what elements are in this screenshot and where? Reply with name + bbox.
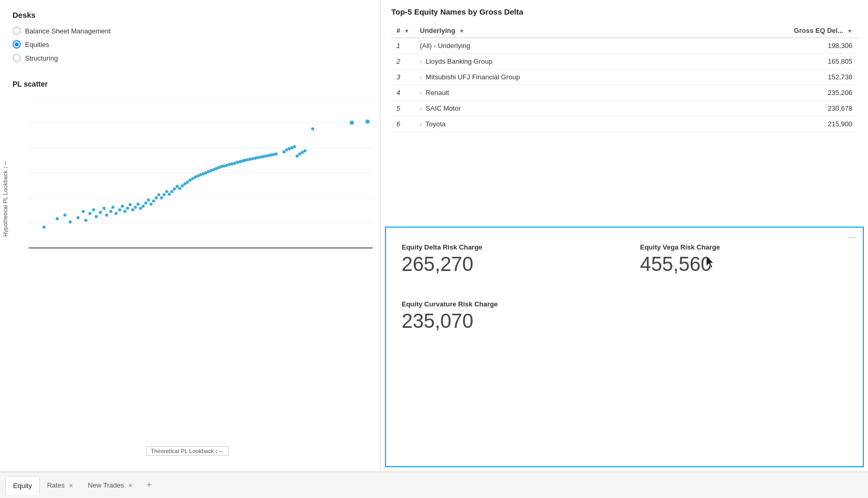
svg-point-26 [82, 210, 85, 213]
x-axis-label: Theoretical PL Lookback ↕↔ [146, 446, 228, 456]
svg-point-89 [251, 157, 255, 160]
table-row[interactable]: 1 (All) - Underlying 198,306 [391, 38, 858, 54]
svg-point-107 [304, 149, 307, 152]
top5-table-section: Top-5 Equity Names by Gross Delta # ▼ Un… [381, 0, 868, 222]
table-row[interactable]: 5 › SAIC Motor 230,678 [391, 101, 858, 116]
svg-point-52 [158, 193, 161, 196]
cell-num-4: 4 [391, 85, 415, 101]
svg-point-80 [231, 162, 234, 165]
col-header-underlying[interactable]: Underlying ▼ [415, 23, 688, 38]
tab-rates-label: Rates [47, 481, 65, 489]
svg-point-40 [126, 207, 129, 210]
tab-add-button[interactable]: + [142, 478, 156, 493]
sort-icon-num: ▼ [404, 28, 409, 34]
svg-point-106 [301, 151, 304, 154]
svg-point-57 [171, 190, 174, 193]
svg-point-41 [129, 203, 132, 206]
radio-circle-structuring [13, 54, 21, 62]
svg-point-104 [296, 155, 299, 158]
svg-point-90 [254, 157, 257, 160]
svg-point-42 [131, 208, 135, 211]
risk-panel-menu-button[interactable]: ··· [849, 233, 855, 242]
table-row[interactable]: 2 › Lloyds Banking Group 165,805 [391, 54, 858, 69]
col-header-num[interactable]: # ▼ [391, 23, 415, 38]
svg-point-91 [257, 156, 260, 159]
svg-point-27 [85, 219, 88, 222]
svg-point-99 [283, 150, 286, 153]
svg-point-77 [223, 164, 226, 168]
tab-rates[interactable]: Rates × [40, 476, 80, 495]
svg-point-45 [139, 207, 142, 210]
risk-metrics-panel: ··· Equity Delta Risk Charge 265,270 Equ… [385, 227, 864, 468]
main-container: Desks Balance Sheet Management Equities … [0, 0, 868, 498]
col-header-gross-eq[interactable]: Gross EQ Del... ▼ [688, 23, 858, 38]
expand-arrow-2: › [420, 58, 422, 65]
svg-point-23 [64, 214, 67, 217]
table-row[interactable]: 6 › Toyota 215,900 [391, 116, 858, 132]
svg-point-97 [272, 153, 275, 156]
cell-num-1: 1 [391, 38, 415, 54]
tab-equity[interactable]: Equity [5, 476, 40, 495]
cell-value-3: 152,738 [688, 69, 858, 85]
scatter-title: PL scatter [0, 80, 380, 88]
sort-icon-gross: ▼ [847, 28, 852, 34]
svg-point-43 [134, 206, 137, 209]
metric-value-equity-delta: 265,270 [402, 254, 609, 274]
cell-value-5: 230,678 [688, 101, 858, 116]
tab-new-trades-close[interactable]: × [128, 482, 132, 489]
tab-bar: Equity Rates × New Trades × + [0, 472, 868, 498]
desk-structuring[interactable]: Structuring [13, 54, 368, 62]
tab-new-trades-label: New Trades [88, 481, 124, 489]
svg-point-105 [298, 152, 302, 156]
svg-point-64 [189, 179, 192, 182]
svg-point-108 [311, 127, 315, 131]
svg-point-55 [165, 190, 168, 193]
metric-label-equity-vega: Equity Vega Risk Charge [640, 243, 847, 251]
cell-value-4: 235,206 [688, 85, 858, 101]
svg-point-59 [176, 185, 179, 188]
svg-point-65 [191, 177, 195, 180]
desk-balance-sheet[interactable]: Balance Sheet Management [13, 27, 368, 35]
metric-equity-delta: Equity Delta Risk Charge 265,270 [402, 243, 609, 274]
tab-new-trades[interactable]: New Trades × [80, 476, 140, 495]
svg-point-56 [168, 193, 171, 196]
metric-equity-vega: Equity Vega Risk Charge 455,560 [640, 243, 847, 274]
svg-point-21 [43, 226, 46, 229]
metric-equity-curvature: Equity Curvature Risk Charge 235,070 [402, 300, 609, 331]
svg-point-31 [99, 211, 102, 214]
desk-equities[interactable]: Equities [13, 40, 368, 49]
expand-arrow-3: › [420, 74, 422, 80]
desk-label-structuring: Structuring [25, 54, 58, 62]
expand-arrow-5: › [420, 105, 422, 112]
radio-circle-balance-sheet [13, 27, 21, 35]
cell-underlying-1: (All) - Underlying [415, 38, 688, 54]
svg-point-86 [244, 159, 247, 162]
cell-underlying-3: › Mitsubishi UFJ Financial Group [415, 69, 688, 85]
scatter-panel: PL scatter Hypothetical PL Lookback ↕↔ [0, 73, 381, 471]
svg-point-38 [121, 205, 124, 208]
desks-title: Desks [13, 10, 368, 19]
svg-point-98 [275, 152, 278, 156]
top-row: Desks Balance Sheet Management Equities … [0, 0, 868, 472]
svg-point-109 [350, 121, 354, 125]
svg-point-24 [69, 220, 72, 223]
svg-point-95 [267, 154, 270, 157]
tab-rates-close[interactable]: × [69, 482, 73, 489]
equity-table: # ▼ Underlying ▼ Gross EQ Del... ▼ [391, 23, 858, 132]
svg-point-50 [152, 199, 155, 203]
table-row[interactable]: 3 › Mitsubishi UFJ Financial Group 152,7… [391, 69, 858, 85]
cell-num-6: 6 [391, 116, 415, 132]
cell-value-6: 215,900 [688, 116, 858, 132]
cell-num-3: 3 [391, 69, 415, 85]
table-row[interactable]: 4 › Renault 235,206 [391, 85, 858, 101]
svg-point-44 [137, 203, 140, 206]
desk-label-balance-sheet: Balance Sheet Management [25, 27, 111, 35]
svg-point-58 [173, 187, 176, 191]
radio-circle-equities [13, 40, 21, 49]
svg-point-96 [270, 153, 273, 157]
svg-point-54 [163, 193, 166, 196]
expand-arrow-4: › [420, 90, 422, 96]
cell-value-1: 198,306 [688, 38, 858, 54]
metric-label-equity-curvature: Equity Curvature Risk Charge [402, 300, 609, 308]
cell-underlying-4: › Renault [415, 85, 688, 101]
